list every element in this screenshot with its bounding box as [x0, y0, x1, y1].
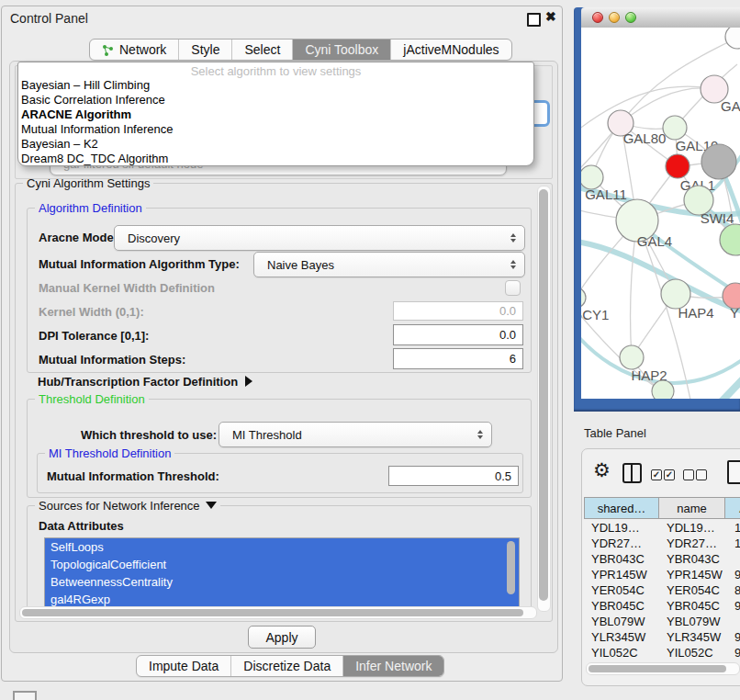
apply-button[interactable]: Apply: [248, 626, 316, 649]
table-horizontal-scrollbar-thumb[interactable]: [589, 665, 726, 672]
attribute-item[interactable]: SelfLoops: [45, 538, 519, 556]
algorithm-option[interactable]: Mutual Information Inference: [21, 122, 173, 137]
cyni-bottom-tab-bar: Impute Data Discretize Data Infer Networ…: [136, 655, 444, 677]
tab-infer-network[interactable]: Infer Network: [343, 656, 443, 676]
select-all-icon[interactable]: ✓: [651, 469, 662, 480]
table-cell: YBR043C: [667, 551, 720, 567]
settings-vertical-scrollbar-thumb[interactable]: [539, 189, 548, 601]
table-cell: YER054C: [667, 582, 720, 598]
mi-algorithm-type-combo[interactable]: Naive Bayes: [253, 252, 525, 277]
sources-group-title[interactable]: Sources for Network Inference: [35, 499, 220, 513]
tab-discretize-data[interactable]: Discretize Data: [231, 656, 343, 676]
table-cell: YBR045C: [667, 598, 720, 614]
tab-network[interactable]: Network: [90, 40, 179, 60]
cut-off-panel-icon: [13, 691, 37, 700]
mi-threshold-input[interactable]: 0.5: [388, 466, 519, 486]
minimize-traffic-light-icon[interactable]: [609, 12, 620, 23]
table-cell: YBR043C: [591, 551, 645, 567]
which-threshold-combo[interactable]: MI Threshold: [219, 422, 492, 447]
algorithm-option[interactable]: Bayesian – Hill Climbing: [21, 78, 150, 93]
collapse-arrow-icon: [206, 502, 217, 509]
table-row[interactable]: YER054CYER054C8.: [584, 582, 740, 598]
network-node[interactable]: [666, 154, 690, 178]
attribute-item[interactable]: BetweennessCentrality: [45, 573, 519, 591]
tab-impute-data[interactable]: Impute Data: [137, 656, 231, 676]
tab-cyni-toolbox[interactable]: Cyni Toolbox: [293, 40, 391, 60]
kernel-width-input[interactable]: 0.0: [393, 301, 523, 321]
cyni-algorithm-settings-group: Cyni Algorithm Settings Algorithm Defini…: [15, 183, 553, 622]
network-canvas[interactable]: GALGAL80GAL10GAL1GAL11SWI4GAL4GCY1HAP4YH…: [581, 28, 740, 399]
float-window-icon[interactable]: [527, 13, 541, 27]
aracne-mode-label: Aracne Mode:: [39, 231, 118, 244]
network-view-window: GALGAL80GAL10GAL1GAL11SWI4GAL4GCY1HAP4YH…: [574, 7, 740, 412]
network-node[interactable]: [581, 288, 586, 308]
settings-vertical-scrollbar[interactable]: [537, 186, 551, 612]
deselect-all-icon[interactable]: [683, 469, 694, 480]
table-cell: YPR145W: [591, 567, 647, 582]
attribute-item[interactable]: gal4RGexp: [45, 591, 519, 607]
network-node[interactable]: [620, 345, 644, 369]
gear-icon[interactable]: ⚙: [593, 459, 611, 481]
network-node-label: GCY1: [581, 307, 609, 322]
tab-select[interactable]: Select: [232, 40, 293, 60]
network-node[interactable]: [652, 380, 674, 399]
aracne-mode-combo[interactable]: Discovery: [114, 225, 525, 251]
settings-horizontal-scrollbar[interactable]: [19, 606, 537, 619]
hub-definition-expander[interactable]: Hub/Transcription Factor Definition: [38, 373, 252, 390]
split-view-icon[interactable]: [622, 463, 642, 483]
dropdown-placeholder: Select algorithm to view settings: [18, 64, 533, 78]
tab-style[interactable]: Style: [179, 40, 232, 60]
tab-jactivemnodules[interactable]: jActiveMNodules: [391, 40, 510, 60]
manual-kernel-width-checkbox[interactable]: [505, 280, 521, 296]
mi-threshold-definition-title: MI Threshold Definition: [45, 446, 174, 460]
network-node[interactable]: [720, 224, 740, 255]
network-window-titlebar[interactable]: [581, 7, 740, 28]
threshold-definition-title: Threshold Definition: [35, 392, 149, 406]
table-row[interactable]: YPR145WYPR145W9.: [584, 567, 740, 582]
network-node-label: GAL80: [623, 130, 667, 146]
table-cell: YIL052C: [591, 645, 638, 660]
mi-steps-input[interactable]: 6: [393, 348, 523, 369]
table-row[interactable]: YDL19…YDL19…13: [584, 520, 740, 536]
network-node[interactable]: [663, 116, 687, 140]
table-cell: YLR345W: [591, 629, 645, 645]
stepper-icon: [510, 260, 516, 269]
algorithm-definition-group: Algorithm Definition Aracne Mode: Discov…: [27, 208, 532, 373]
table-cell: YBR045C: [591, 598, 645, 614]
settings-horizontal-scrollbar-thumb[interactable]: [22, 609, 523, 616]
deselect-all-icon[interactable]: [696, 469, 707, 480]
algorithm-option[interactable]: Bayesian – K2: [21, 137, 98, 152]
table-row[interactable]: YDR27…YDR27…12: [584, 536, 740, 551]
attribute-item[interactable]: TopologicalCoefficient: [45, 556, 519, 573]
close-traffic-light-icon[interactable]: [592, 12, 603, 23]
network-node-label: GAL11: [585, 186, 627, 202]
column-header-partial[interactable]: A: [725, 497, 740, 519]
table-row[interactable]: YBL079WYBL079W: [584, 614, 740, 629]
table-cell: 9.: [734, 567, 740, 582]
attributes-scrollbar-thumb[interactable]: [507, 541, 515, 594]
dpi-tolerance-input[interactable]: 0.0: [393, 324, 523, 345]
column-header-name[interactable]: name: [659, 497, 725, 519]
table-row[interactable]: YBR045CYBR045C9.: [584, 598, 740, 614]
stepper-icon: [477, 430, 483, 439]
close-icon[interactable]: ✖: [545, 9, 556, 24]
table-cell: 9.: [734, 629, 740, 645]
table-row[interactable]: YLR345WYLR345W9.: [584, 629, 740, 645]
table-horizontal-scrollbar[interactable]: [586, 662, 740, 675]
document-icon[interactable]: [727, 460, 740, 484]
algorithm-option-selected[interactable]: ARACNE Algorithm: [21, 107, 131, 122]
table-cell: 13: [734, 520, 740, 536]
select-all-icon[interactable]: ✓: [664, 469, 675, 480]
column-header-shared-name[interactable]: shared…: [584, 497, 659, 519]
network-node[interactable]: [701, 144, 736, 179]
network-node-label: SWI4: [701, 210, 734, 226]
algorithm-option[interactable]: Basic Correlation Inference: [21, 93, 165, 107]
algorithm-option[interactable]: Dream8 DC_TDC Algorithm: [21, 152, 168, 166]
network-node[interactable]: [725, 28, 740, 49]
table-row[interactable]: YIL052CYIL052C9: [584, 645, 740, 660]
table-cell: YER054C: [591, 582, 645, 598]
table-cell: YDL19…: [591, 520, 640, 536]
zoom-traffic-light-icon[interactable]: [625, 12, 636, 23]
table-row[interactable]: YBR043CYBR043C: [584, 551, 740, 567]
table-cell: 9.: [734, 598, 740, 614]
